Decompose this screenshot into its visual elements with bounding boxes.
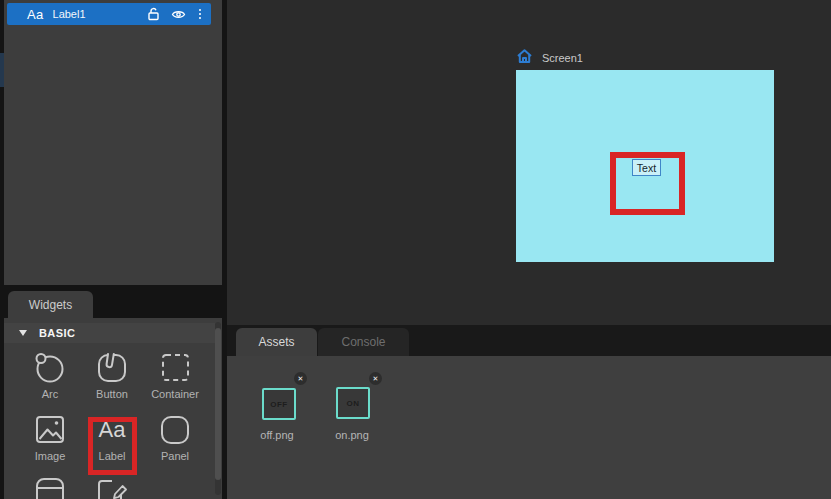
tab-console[interactable]: Console (318, 328, 409, 356)
screen-name: Screen1 (542, 52, 583, 64)
asset-on-close-icon[interactable]: ✕ (369, 372, 382, 385)
bottom-panel: Assets Console OFF ✕ off.png ON ✕ on.png (227, 325, 831, 499)
assets-panel-body: OFF ✕ off.png ON ✕ on.png (227, 356, 831, 499)
widget-button[interactable]: Button (81, 349, 143, 400)
widget-container[interactable]: Container (144, 349, 206, 400)
scrollbar-thumb[interactable] (215, 328, 221, 480)
tab-assets-label: Assets (258, 335, 294, 349)
widgets-scrollbar[interactable] (215, 322, 221, 495)
widget-label-label: Label (81, 450, 143, 462)
label-type-icon: Aa (27, 7, 44, 22)
unlock-icon[interactable] (147, 7, 160, 21)
asset-thumbnail-on[interactable]: ON (336, 387, 370, 419)
layer-item-label1[interactable]: Aa Label1 (7, 3, 211, 25)
widget-panel-label: Panel (144, 450, 206, 462)
widget-arc[interactable]: Arc (19, 349, 81, 400)
asset-on-text: ON (347, 399, 360, 408)
widget-panel[interactable]: Panel (144, 411, 206, 462)
arc-icon (30, 349, 70, 387)
roller-icon (30, 475, 70, 499)
layer-item-name: Label1 (53, 8, 147, 20)
textarea-icon (92, 475, 132, 499)
widget-container-label: Container (144, 388, 206, 400)
asset-off-text: OFF (270, 400, 288, 409)
text-label-widget[interactable]: Text (632, 159, 661, 176)
screen-header[interactable]: Screen1 (516, 48, 583, 68)
design-canvas[interactable]: Screen1 Text (227, 0, 831, 325)
widget-image[interactable]: Image (19, 411, 81, 462)
visibility-eye-icon[interactable] (171, 9, 186, 20)
section-basic-header[interactable]: BASIC (4, 323, 215, 343)
section-basic-label: BASIC (39, 327, 75, 339)
asset-off-filename: off.png (246, 429, 308, 441)
asset-thumbnail-off[interactable]: OFF (262, 388, 296, 420)
app-window: Aa Label1 Wid (0, 0, 831, 499)
asset-on-filename: on.png (321, 429, 383, 441)
widget-button-label: Button (81, 388, 143, 400)
widget-arc-label: Arc (19, 388, 81, 400)
bottom-tab-bar: Assets Console (227, 325, 831, 356)
hierarchy-panel: Aa Label1 (4, 0, 222, 285)
widget-label[interactable]: Aa Label (81, 411, 143, 462)
container-icon (155, 349, 195, 387)
widgets-tab-bar: Widgets (4, 285, 222, 318)
image-icon (30, 411, 70, 449)
kebab-menu-icon[interactable] (197, 9, 204, 20)
tab-console-label: Console (341, 335, 385, 349)
label-icon: Aa (92, 411, 132, 449)
tab-widgets[interactable]: Widgets (8, 291, 93, 318)
asset-off-close-icon[interactable]: ✕ (294, 372, 307, 385)
button-icon (92, 349, 132, 387)
widgets-panel: BASIC Arc Button (4, 318, 222, 499)
tab-widgets-label: Widgets (29, 298, 72, 312)
widget-roller[interactable] (19, 475, 81, 499)
home-icon (516, 48, 533, 68)
widget-textarea[interactable] (81, 475, 143, 499)
panel-icon (155, 411, 195, 449)
caret-down-icon (19, 330, 27, 336)
tab-assets[interactable]: Assets (236, 328, 317, 356)
widget-image-label: Image (19, 450, 81, 462)
